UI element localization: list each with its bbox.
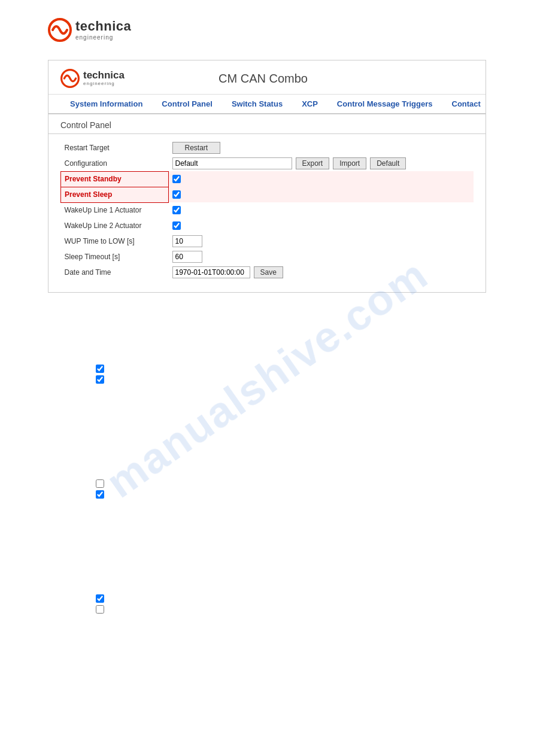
label-restart-target: Restart Target bbox=[61, 140, 169, 156]
nav-control-panel[interactable]: Control Panel bbox=[152, 95, 222, 113]
content-area: Restart Target Restart Configuration Exp… bbox=[48, 134, 486, 292]
standalone-cb-1-1[interactable] bbox=[96, 365, 104, 373]
row-wakeup-line2: WakeUp Line 2 Actuator bbox=[61, 218, 474, 233]
nav-contact[interactable]: Contact bbox=[442, 95, 490, 113]
top-logo-area: technica engineering bbox=[0, 0, 534, 54]
row-sleep-timeout: Sleep Timeout [s] bbox=[61, 249, 474, 265]
save-date-button[interactable]: Save bbox=[254, 266, 283, 278]
standalone-checkbox-2-1 bbox=[96, 479, 486, 488]
label-prevent-standby: Prevent Standby bbox=[61, 171, 169, 187]
brand-name: technica bbox=[75, 19, 131, 34]
panel-logo-text: technica engineering bbox=[83, 70, 125, 86]
control-panel-form: Restart Target Restart Configuration Exp… bbox=[60, 140, 474, 280]
prevent-standby-checkbox[interactable] bbox=[172, 175, 181, 183]
value-prevent-sleep bbox=[169, 187, 474, 202]
nav-system-information[interactable]: System Information bbox=[60, 95, 152, 113]
standalone-cb-3-2[interactable] bbox=[96, 605, 104, 614]
row-wup-time: WUP Time to LOW [s] bbox=[61, 233, 474, 249]
top-logo-text: technica engineering bbox=[75, 19, 131, 40]
row-date-time: Date and Time Save bbox=[61, 265, 474, 280]
value-wakeup-line1 bbox=[169, 202, 474, 218]
wup-time-input[interactable] bbox=[172, 235, 202, 247]
value-date-time: Save bbox=[169, 265, 474, 280]
standalone-checkbox-1-1 bbox=[96, 365, 486, 373]
value-configuration: Export Import Default bbox=[169, 156, 474, 171]
standalone-cb-2-2[interactable] bbox=[96, 490, 104, 499]
panel-logo: technica engineering bbox=[60, 69, 125, 88]
panel-title: CM CAN Combo bbox=[125, 72, 402, 86]
export-button[interactable]: Export bbox=[296, 157, 330, 169]
nav-bar: System Information Control Panel Switch … bbox=[48, 95, 486, 114]
standalone-checkbox-3-1 bbox=[96, 594, 486, 603]
prevent-sleep-checkbox[interactable] bbox=[172, 190, 181, 199]
standalone-cb-2-1[interactable] bbox=[96, 479, 104, 488]
label-wup-time: WUP Time to LOW [s] bbox=[61, 233, 169, 249]
panel-brand-name: technica bbox=[83, 70, 125, 81]
top-logo: technica engineering bbox=[48, 18, 534, 42]
sleep-timeout-input[interactable] bbox=[172, 251, 202, 263]
page-heading: Control Panel bbox=[48, 114, 486, 134]
standalone-checkbox-1-2 bbox=[96, 375, 486, 384]
label-wakeup-line1: WakeUp Line 1 Actuator bbox=[61, 202, 169, 218]
nav-control-message-triggers[interactable]: Control Message Triggers bbox=[327, 95, 442, 113]
standalone-cb-1-2[interactable] bbox=[96, 375, 104, 384]
label-configuration: Configuration bbox=[61, 156, 169, 171]
wakeup-line2-checkbox[interactable] bbox=[172, 221, 181, 230]
label-wakeup-line2: WakeUp Line 2 Actuator bbox=[61, 218, 169, 233]
row-prevent-sleep: Prevent Sleep bbox=[61, 187, 474, 202]
row-restart-target: Restart Target Restart bbox=[61, 140, 474, 156]
nav-xcp[interactable]: XCP bbox=[292, 95, 327, 113]
panel-header: technica engineering CM CAN Combo bbox=[48, 60, 486, 95]
main-panel: technica engineering CM CAN Combo System… bbox=[48, 60, 486, 293]
standalone-checkbox-3-2 bbox=[96, 605, 486, 614]
panel-logo-icon bbox=[60, 69, 80, 88]
value-wup-time bbox=[169, 233, 474, 249]
configuration-input[interactable] bbox=[172, 157, 292, 169]
label-prevent-sleep: Prevent Sleep bbox=[61, 187, 169, 202]
nav-switch-status[interactable]: Switch Status bbox=[222, 95, 292, 113]
restart-button[interactable]: Restart bbox=[172, 142, 221, 154]
value-restart-target: Restart bbox=[169, 140, 474, 156]
label-sleep-timeout: Sleep Timeout [s] bbox=[61, 249, 169, 265]
standalone-group3 bbox=[96, 594, 486, 614]
panel-brand-sub: engineering bbox=[83, 81, 125, 87]
standalone-checkbox-2-2 bbox=[96, 490, 486, 499]
row-configuration: Configuration Export Import Default bbox=[61, 156, 474, 171]
standalone-area bbox=[0, 365, 534, 614]
brand-sub: engineering bbox=[75, 34, 131, 41]
standalone-group1 bbox=[96, 365, 486, 384]
date-time-input[interactable] bbox=[172, 266, 250, 278]
standalone-group2 bbox=[96, 479, 486, 499]
wakeup-line1-checkbox[interactable] bbox=[172, 206, 181, 214]
value-wakeup-line2 bbox=[169, 218, 474, 233]
row-wakeup-line1: WakeUp Line 1 Actuator bbox=[61, 202, 474, 218]
value-prevent-standby bbox=[169, 171, 474, 187]
row-prevent-standby: Prevent Standby bbox=[61, 171, 474, 187]
label-date-time: Date and Time bbox=[61, 265, 169, 280]
default-button[interactable]: Default bbox=[370, 157, 406, 169]
top-logo-icon bbox=[48, 18, 72, 42]
value-sleep-timeout bbox=[169, 249, 474, 265]
import-button[interactable]: Import bbox=[333, 157, 366, 169]
standalone-cb-3-1[interactable] bbox=[96, 594, 104, 603]
